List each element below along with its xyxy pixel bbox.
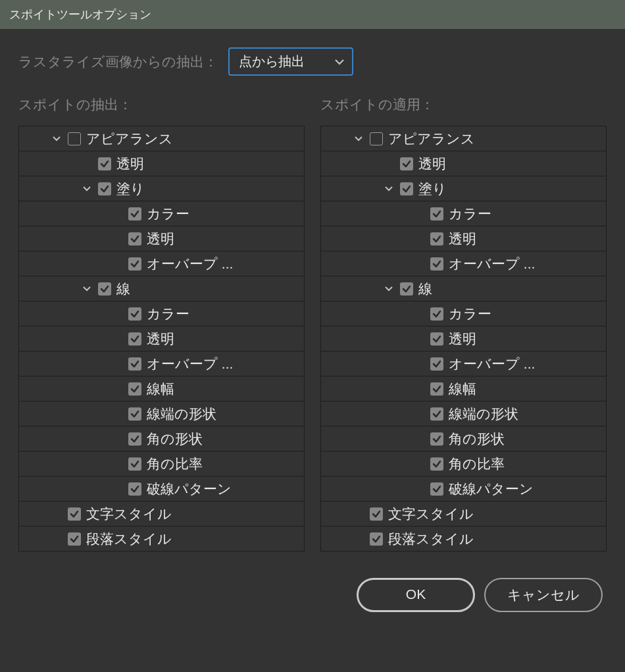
chevron-down-icon[interactable]: [81, 283, 93, 295]
disclosure-spacer: [111, 258, 123, 270]
tree-row-label: 線: [418, 280, 432, 298]
tree-row[interactable]: 破線パターン: [19, 476, 304, 501]
checkbox[interactable]: [430, 232, 443, 246]
tree-row[interactable]: 角の比率: [321, 451, 606, 476]
tree-row[interactable]: 線: [19, 276, 304, 301]
checkbox[interactable]: [430, 332, 443, 346]
tree-row[interactable]: 線端の形状: [19, 401, 304, 426]
checkbox[interactable]: [128, 457, 141, 471]
ok-button[interactable]: OK: [357, 578, 475, 612]
tree-row[interactable]: アピアランス: [19, 126, 304, 151]
tree-row[interactable]: オーバープ ...: [321, 251, 606, 276]
checkbox[interactable]: [128, 257, 141, 271]
tree-row[interactable]: 線端の形状: [321, 401, 606, 426]
disclosure-spacer: [111, 458, 123, 470]
checkbox[interactable]: [128, 357, 141, 371]
checkbox[interactable]: [98, 157, 111, 170]
cancel-button[interactable]: キャンセル: [484, 578, 603, 612]
tree-row[interactable]: 文字スタイル: [19, 501, 304, 526]
tree-row[interactable]: 角の形状: [321, 426, 606, 451]
checkbox[interactable]: [68, 132, 81, 145]
tree-row[interactable]: 透明: [19, 326, 304, 351]
checkbox[interactable]: [128, 207, 141, 220]
checkbox[interactable]: [98, 182, 111, 195]
tree-row[interactable]: 破線パターン: [321, 476, 606, 501]
tree-row[interactable]: 段落スタイル: [19, 526, 304, 551]
checkbox[interactable]: [68, 507, 81, 521]
chevron-down-icon[interactable]: [383, 283, 395, 295]
tree-row[interactable]: 角の比率: [19, 451, 304, 476]
tree-row[interactable]: 透明: [321, 151, 606, 176]
disclosure-spacer: [413, 308, 425, 320]
tree-row[interactable]: 透明: [321, 226, 606, 251]
tree-row[interactable]: 塗り: [19, 176, 304, 201]
checkbox[interactable]: [128, 482, 141, 496]
tree-row[interactable]: 透明: [19, 151, 304, 176]
tree-row-label: アピアランス: [86, 130, 173, 148]
disclosure-spacer: [111, 233, 123, 245]
tree-row[interactable]: カラー: [321, 301, 606, 326]
tree-row-label: 線幅: [449, 380, 476, 398]
disclosure-spacer: [413, 483, 425, 495]
checkbox[interactable]: [370, 132, 383, 145]
tree-row-label: 破線パターン: [449, 480, 534, 498]
checkbox[interactable]: [68, 532, 81, 546]
tree-row[interactable]: カラー: [321, 201, 606, 226]
tree-row[interactable]: 角の形状: [19, 426, 304, 451]
tree-row[interactable]: オーバープ ...: [321, 351, 606, 376]
tree-row[interactable]: オーバープ ...: [19, 351, 304, 376]
checkbox[interactable]: [128, 307, 141, 321]
disclosure-spacer: [51, 533, 63, 545]
checkbox[interactable]: [430, 482, 443, 496]
chevron-down-icon[interactable]: [383, 183, 395, 195]
tree-row[interactable]: 線幅: [321, 376, 606, 401]
checkbox[interactable]: [430, 432, 443, 446]
checkbox[interactable]: [400, 182, 413, 195]
checkbox[interactable]: [430, 357, 443, 371]
checkbox[interactable]: [128, 432, 141, 446]
ok-button-label: OK: [406, 586, 426, 602]
disclosure-spacer: [111, 433, 123, 445]
disclosure-spacer: [81, 158, 93, 170]
dialog-content: ラスタライズ画像からの抽出： 点から抽出 スポイトの抽出： アピアランス透明塗り…: [0, 29, 625, 625]
chevron-down-icon[interactable]: [51, 133, 63, 145]
tree-row[interactable]: カラー: [19, 201, 304, 226]
dialog-footer: OK キャンセル: [18, 578, 607, 612]
chevron-down-icon[interactable]: [81, 183, 93, 195]
checkbox[interactable]: [430, 307, 443, 321]
tree-row[interactable]: 塗り: [321, 176, 606, 201]
checkbox[interactable]: [128, 332, 141, 346]
disclosure-spacer: [413, 433, 425, 445]
tree-row[interactable]: 透明: [321, 326, 606, 351]
checkbox[interactable]: [430, 207, 443, 220]
tree-row[interactable]: アピアランス: [321, 126, 606, 151]
tree-row[interactable]: 段落スタイル: [321, 526, 606, 551]
checkbox[interactable]: [370, 532, 383, 546]
tree-row[interactable]: 線: [321, 276, 606, 301]
raster-select[interactable]: 点から抽出: [228, 47, 353, 76]
checkbox[interactable]: [430, 407, 443, 421]
checkbox[interactable]: [400, 282, 413, 296]
checkbox[interactable]: [98, 282, 111, 296]
tree-row[interactable]: カラー: [19, 301, 304, 326]
disclosure-spacer: [413, 233, 425, 245]
tree-row-label: 塗り: [418, 180, 447, 198]
tree-row[interactable]: オーバープ ...: [19, 251, 304, 276]
checkbox[interactable]: [430, 457, 443, 471]
tree-row-label: オーバープ ...: [147, 255, 233, 273]
tree-row[interactable]: 透明: [19, 226, 304, 251]
tree-row[interactable]: 文字スタイル: [321, 501, 606, 526]
checkbox[interactable]: [128, 382, 141, 396]
chevron-down-icon[interactable]: [353, 133, 364, 145]
checkbox[interactable]: [128, 407, 141, 421]
checkbox[interactable]: [400, 157, 413, 170]
checkbox[interactable]: [430, 257, 443, 271]
tree-row[interactable]: 線幅: [19, 376, 304, 401]
checkbox[interactable]: [370, 507, 383, 521]
disclosure-spacer: [413, 383, 425, 395]
checkbox[interactable]: [128, 232, 141, 246]
disclosure-spacer: [111, 483, 123, 495]
checkbox[interactable]: [430, 382, 443, 396]
disclosure-spacer: [353, 508, 364, 520]
raster-label: ラスタライズ画像からの抽出：: [18, 53, 218, 71]
